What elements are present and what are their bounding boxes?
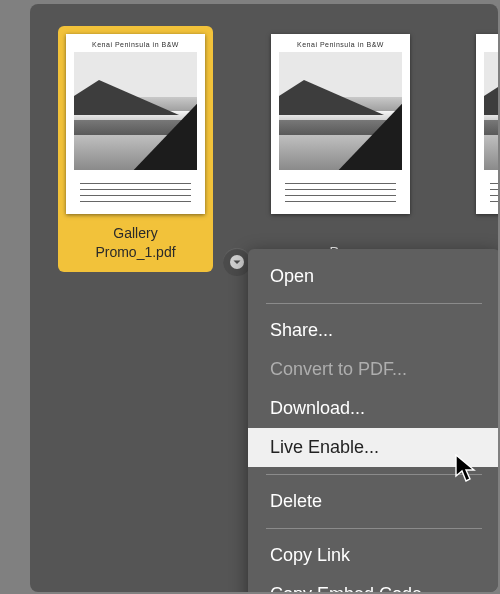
context-menu: Open Share... Convert to PDF... Download… (248, 249, 498, 592)
text-rules (74, 178, 197, 207)
menu-item-live-enable[interactable]: Live Enable... (248, 428, 498, 467)
menu-item-share[interactable]: Share... (248, 311, 498, 350)
document-title: Kenai Peninsula in B&W (74, 41, 197, 48)
file-name: Gallery Promo_1.pdf (66, 224, 205, 262)
menu-separator (266, 474, 482, 475)
menu-separator (266, 528, 482, 529)
context-menu-trigger[interactable] (223, 248, 251, 276)
text-rules (484, 178, 498, 207)
file-thumbnail[interactable]: Kenai Peninsula in B&W Gallery Promo_1.p… (58, 26, 213, 272)
photo-landscape (484, 52, 498, 170)
menu-item-open[interactable]: Open (248, 257, 498, 296)
menu-item-copy-embed-code[interactable]: Copy Embed Code (248, 575, 498, 592)
thumbnail-row: Kenai Peninsula in B&W Gallery Promo_1.p… (58, 26, 498, 272)
document-title: Kenai Peninsula in B&W (279, 41, 402, 48)
menu-item-convert-to-pdf: Convert to PDF... (248, 350, 498, 389)
page-preview: Kenai Peninsula in B&W (271, 34, 410, 214)
menu-item-copy-link[interactable]: Copy Link (248, 536, 498, 575)
photo-landscape (279, 52, 402, 170)
document-title: K (484, 41, 498, 48)
menu-separator (266, 303, 482, 304)
page-preview: Kenai Peninsula in B&W (66, 34, 205, 214)
photo-landscape (74, 52, 197, 170)
menu-item-delete[interactable]: Delete (248, 482, 498, 521)
file-thumbnail[interactable]: K (468, 26, 498, 272)
chevron-down-icon (230, 255, 244, 269)
text-rules (279, 178, 402, 207)
file-thumbnail[interactable]: Kenai Peninsula in B&W Pro (263, 26, 418, 272)
menu-item-download[interactable]: Download... (248, 389, 498, 428)
gallery-panel: Kenai Peninsula in B&W Gallery Promo_1.p… (30, 4, 498, 592)
page-preview: K (476, 34, 498, 214)
